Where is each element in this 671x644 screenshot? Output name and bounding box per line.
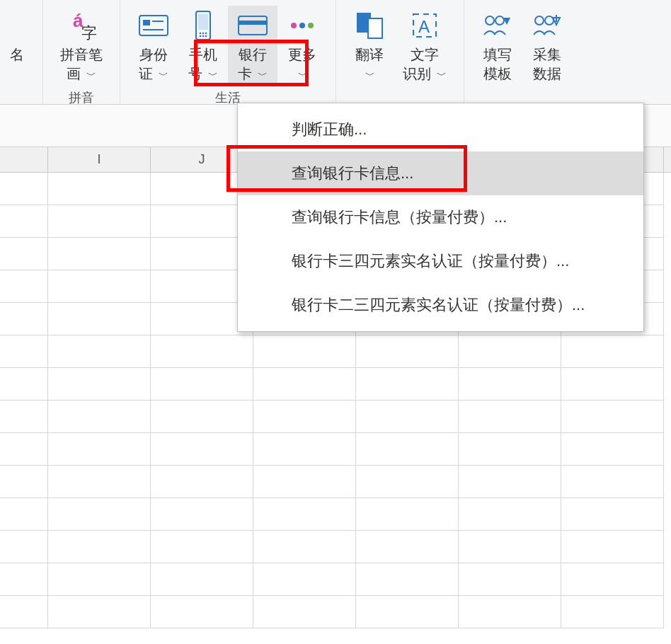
svg-point-24: [495, 16, 504, 25]
ocr-button[interactable]: A 文字 识别 ﹀: [394, 6, 455, 86]
collect-icon: [532, 10, 563, 41]
ribbon-group-pinyin: á 字 拼音笔 画 ﹀ 拼音: [43, 0, 120, 104]
fill-template-button[interactable]: 填写 模板: [473, 6, 522, 86]
chevron-down-icon: ﹀: [365, 69, 375, 82]
menu-item-verify-234[interactable]: 银行卡二三四元素实名认证（按量付费）...: [238, 283, 643, 327]
svg-point-8: [200, 33, 202, 35]
chevron-down-icon: ﹀: [86, 69, 96, 82]
ribbon-button-cut[interactable]: 名: [0, 6, 34, 101]
svg-rect-3: [143, 20, 150, 25]
bank-card-button[interactable]: 银行 卡 ﹀: [228, 6, 277, 86]
ribbon-label: 采集 数据: [533, 45, 561, 84]
svg-text:字: 字: [81, 24, 97, 41]
phone-icon: [188, 10, 219, 41]
pinyin-stroke-button[interactable]: á 字 拼音笔 画 ﹀: [52, 6, 111, 86]
ribbon-group-data: 填写 模板 采集 数据: [464, 0, 580, 104]
chevron-down-icon: ﹀: [437, 69, 447, 82]
ribbon-group-life: 身份 证 ﹀ 手机 号 ﹀: [120, 0, 336, 104]
menu-item-verify-34[interactable]: 银行卡三四元素实名认证（按量付费）...: [238, 239, 643, 283]
chevron-down-icon: ﹀: [258, 69, 268, 82]
bank-card-dropdown-menu: 判断正确... 查询银行卡信息... 查询银行卡信息（按量付费）... 银行卡三…: [237, 103, 644, 332]
chevron-down-icon: ﹀: [298, 69, 308, 82]
id-card-icon: [138, 10, 169, 41]
svg-point-18: [308, 23, 314, 28]
ribbon-group-cut: 名: [0, 0, 43, 104]
svg-point-10: [205, 33, 207, 35]
column-header[interactable]: I: [48, 147, 151, 172]
ribbon-label: 拼音笔 画: [60, 47, 103, 81]
group-title: 拼音: [69, 86, 94, 108]
ribbon-label: 文字 识别: [403, 47, 439, 81]
svg-text:A: A: [418, 17, 430, 36]
bank-card-icon: [237, 10, 268, 41]
svg-point-23: [486, 16, 494, 25]
svg-rect-20: [368, 18, 382, 38]
ribbon-label: 更多: [288, 47, 316, 62]
menu-item-validate[interactable]: 判断正确...: [238, 108, 643, 151]
svg-point-12: [202, 35, 205, 38]
svg-point-9: [202, 33, 205, 35]
translate-button[interactable]: 翻译 ﹀: [345, 6, 394, 86]
svg-point-11: [200, 35, 202, 38]
id-card-button[interactable]: 身份 证 ﹀: [129, 6, 178, 86]
ribbon-label: 翻译: [355, 47, 384, 62]
more-icon: [287, 10, 318, 41]
svg-point-17: [299, 23, 305, 28]
ribbon-toolbar: 名 á 字 拼音笔 画 ﹀ 拼音: [0, 0, 671, 105]
pinyin-icon: á 字: [66, 10, 97, 41]
chevron-down-icon: ﹀: [208, 69, 218, 82]
svg-point-16: [291, 23, 297, 28]
svg-rect-7: [198, 14, 208, 30]
menu-item-query-info-paid[interactable]: 查询银行卡信息（按量付费）...: [238, 195, 643, 239]
more-button[interactable]: 更多 ﹀: [277, 6, 327, 86]
template-icon: [482, 10, 513, 41]
column-header[interactable]: [0, 147, 48, 172]
chevron-down-icon: ﹀: [159, 69, 168, 82]
menu-item-query-info[interactable]: 查询银行卡信息...: [238, 151, 643, 195]
svg-rect-14: [239, 16, 267, 35]
collect-data-button[interactable]: 采集 数据: [522, 6, 572, 86]
translate-icon: [354, 10, 385, 41]
svg-point-25: [535, 16, 544, 25]
ribbon-label: 填写 模板: [483, 45, 512, 84]
svg-rect-15: [239, 21, 267, 25]
svg-point-13: [205, 35, 207, 38]
phone-number-button[interactable]: 手机 号 ﹀: [178, 6, 228, 86]
ocr-icon: A: [409, 10, 440, 41]
ribbon-group-translate: 翻译 ﹀ A 文字 识别 ﹀: [336, 0, 464, 104]
